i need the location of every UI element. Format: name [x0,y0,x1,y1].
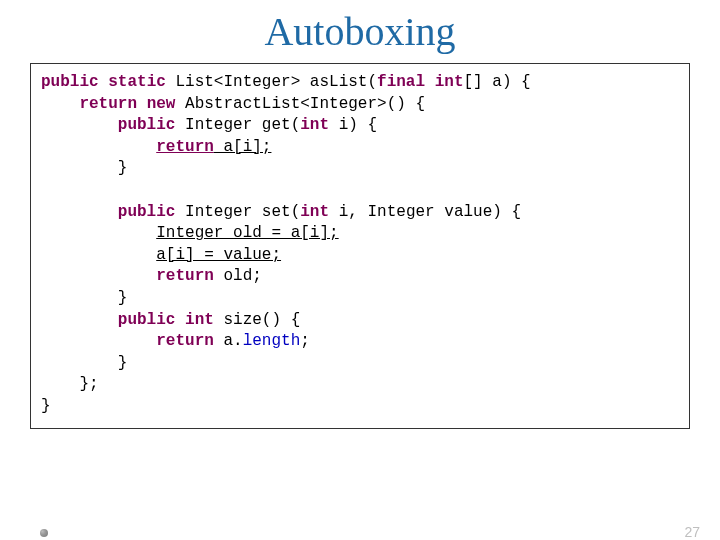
kw-int: int [185,311,214,329]
bullet-icon [40,529,48,537]
kw-public: public [41,73,99,91]
field-length: length [243,332,301,350]
kw-final: final [377,73,425,91]
code-content: public static List<Integer> asList(final… [41,72,679,418]
kw-static: static [108,73,166,91]
kw-public: public [118,311,176,329]
kw-public: public [118,203,176,221]
kw-public: public [118,116,176,134]
kw-new: new [147,95,176,113]
kw-int: int [300,203,329,221]
kw-return: return [79,95,137,113]
kw-return: return [156,138,214,156]
kw-return: return [156,332,214,350]
slide-number: 27 [684,524,700,540]
kw-return: return [156,267,214,285]
slide-title: Autoboxing [0,8,720,55]
kw-int: int [435,73,464,91]
slide: Autoboxing public static List<Integer> a… [0,8,720,540]
kw-int: int [300,116,329,134]
code-block: public static List<Integer> asList(final… [30,63,690,429]
